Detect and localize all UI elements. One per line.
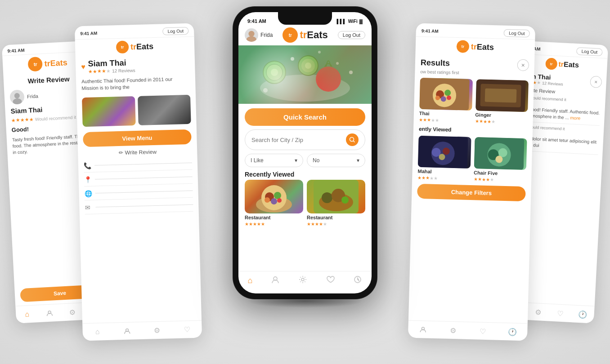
svg-point-26: [265, 197, 270, 203]
nav-user-far-left[interactable]: [45, 308, 55, 318]
battery-icon: ▓: [359, 19, 363, 24]
svg-point-17: [263, 88, 268, 93]
center-status-bar: 9:41 AM ▌▌▌ WiFi ▓: [238, 12, 372, 26]
nav-home-far-left[interactable]: ⌂: [22, 309, 32, 320]
phone-icon: 📞: [84, 162, 91, 169]
results-grid-bottom: Mahal ★★★★★ Chair Five ★★★★★: [412, 134, 533, 185]
svg-point-16: [336, 62, 339, 65]
nav-settings-second-right[interactable]: ⚙: [448, 325, 458, 336]
result-stars-mahal: ★★★★★: [417, 175, 470, 182]
contact-web: 🌐: [84, 187, 193, 200]
restaurant-card-2[interactable]: Restaurant ★★★★★: [307, 180, 365, 226]
bottom-nav-second-left: ⌂ ⚙ ♡: [82, 320, 202, 341]
restaurant-image-2: [307, 180, 365, 213]
result-label-thai: Thai: [419, 111, 472, 117]
logout-btn-second-left[interactable]: Log Out: [162, 27, 188, 36]
nav-heart-far-right[interactable]: ♡: [555, 308, 565, 318]
logout-btn-second-right[interactable]: Log Out: [504, 29, 530, 38]
food-photos-second-left: [82, 95, 191, 127]
stars-second-left: ★★★★★ 12 Reviews: [88, 67, 135, 75]
results-close-button[interactable]: ×: [517, 59, 529, 71]
result-image-ginger: [475, 79, 529, 112]
nav-heart-second-right[interactable]: ♡: [478, 326, 488, 336]
nav-settings-far-left[interactable]: ⚙: [67, 307, 77, 317]
location-icon: 📍: [84, 176, 91, 183]
change-filters-button[interactable]: Change Filters: [417, 184, 526, 201]
svg-point-24: [274, 192, 281, 199]
city-zip-input[interactable]: [251, 137, 346, 143]
logout-btn-far-right[interactable]: Log Out: [576, 47, 602, 56]
brand-text-center: trEats: [300, 29, 327, 41]
filter-no[interactable]: No ▾: [307, 154, 365, 167]
center-nav-user[interactable]: [271, 275, 280, 286]
result-item-mahal[interactable]: Mahal ★★★★★: [417, 136, 471, 182]
nav-heart-second-left[interactable]: ♡: [182, 324, 192, 335]
result-label-ginger: Ginger: [475, 112, 528, 119]
filter-row: I Like ▾ No ▾: [245, 154, 365, 167]
more-link-1[interactable]: more: [570, 115, 580, 120]
view-menu-button[interactable]: View Menu: [83, 129, 192, 147]
svg-point-18: [349, 71, 353, 74]
brand-circle-far-right: tr: [545, 58, 557, 70]
nav-settings-far-right[interactable]: ⚙: [533, 307, 543, 317]
svg-point-14: [316, 67, 341, 92]
logout-btn-center[interactable]: Log Out: [338, 31, 365, 39]
restaurant-grid: Restaurant ★★★★★ Restaurant ★★★★★: [245, 180, 365, 226]
center-phone: 9:41 AM ▌▌▌ WiFi ▓ Frida: [233, 7, 377, 299]
svg-point-5: [247, 36, 257, 42]
svg-point-25: [271, 198, 277, 204]
nav-settings-second-left[interactable]: ⚙: [152, 325, 162, 336]
recently-viewed-title: Recently Viewed: [245, 171, 365, 178]
favorite-heart-icon[interactable]: ♥: [81, 63, 85, 71]
status-time-second-left: 9:41 AM: [80, 31, 97, 36]
center-nav-settings[interactable]: [298, 275, 307, 286]
center-nav-heart[interactable]: [326, 275, 335, 286]
nav-home-second-left[interactable]: ⌂: [93, 327, 103, 337]
result-item-thai[interactable]: Thai ★★★★★: [419, 78, 472, 124]
user-section: Frida: [245, 28, 273, 42]
globe-icon: 🌐: [84, 190, 91, 197]
nav-clock-second-right[interactable]: 🕐: [507, 327, 518, 337]
svg-point-32: [341, 196, 349, 204]
result-image-mahal: [418, 136, 471, 169]
phone-shell: 9:41 AM ▌▌▌ WiFi ▓ Frida: [233, 7, 377, 299]
result-image-chairfive: [474, 137, 527, 170]
center-nav-clock[interactable]: [353, 275, 362, 286]
restaurant-card-1[interactable]: Restaurant ★★★★★: [245, 180, 303, 226]
mail-icon: ✉: [85, 204, 92, 211]
close-btn-far-right[interactable]: ×: [590, 76, 602, 88]
center-main-content: Quick Search I Like ▾ No: [238, 104, 372, 271]
restaurant-label-2: Restaurant: [307, 215, 365, 220]
svg-point-0: [14, 93, 20, 99]
result-stars-ginger: ★★★★★: [475, 119, 528, 125]
contact-email: ✉: [85, 201, 193, 214]
search-icon-button[interactable]: [346, 133, 359, 146]
center-nav-home[interactable]: ⌂: [248, 276, 253, 285]
contact-location: 📍: [84, 173, 193, 186]
result-label-chairfive: Chair Five: [474, 170, 526, 177]
write-review-link[interactable]: ✏ Write Review: [83, 148, 192, 157]
restaurant-stars-1: ★★★★★: [245, 222, 303, 226]
status-time-far-left: 9:41 AM: [7, 48, 25, 53]
nav-user-second-left[interactable]: [122, 326, 133, 336]
svg-point-7: [260, 75, 350, 102]
restaurant-name-second-left: Siam Thai: [88, 58, 135, 69]
result-item-chairfive[interactable]: Chair Five ★★★★★: [474, 137, 527, 183]
nav-user-second-right[interactable]: [418, 324, 428, 335]
nav-clock-far-right[interactable]: 🕐: [578, 309, 588, 320]
scene: 9:41 AM tr trEats Write Review Frida Sia…: [0, 0, 610, 364]
results-title: Results: [421, 58, 450, 68]
result-image-thai: [419, 78, 472, 111]
filter-i-like[interactable]: I Like ▾: [245, 154, 303, 167]
quick-search-button[interactable]: Quick Search: [245, 108, 365, 126]
result-item-ginger[interactable]: Ginger ★★★★★: [475, 79, 529, 125]
svg-point-13: [305, 62, 311, 69]
result-stars-chairfive: ★★★★★: [474, 177, 526, 183]
bottom-nav-second-right: ⚙ ♡ 🕐: [408, 320, 528, 341]
brand-name-second-left: trEats: [130, 42, 154, 52]
food-photo-1: [82, 96, 135, 127]
brand-circle-second-right: tr: [457, 40, 470, 53]
svg-point-1: [13, 98, 22, 105]
chevron-down-icon-2: ▾: [357, 157, 359, 164]
description-second-left: Authentic Thai food! Founded in 2011 our…: [81, 75, 190, 92]
